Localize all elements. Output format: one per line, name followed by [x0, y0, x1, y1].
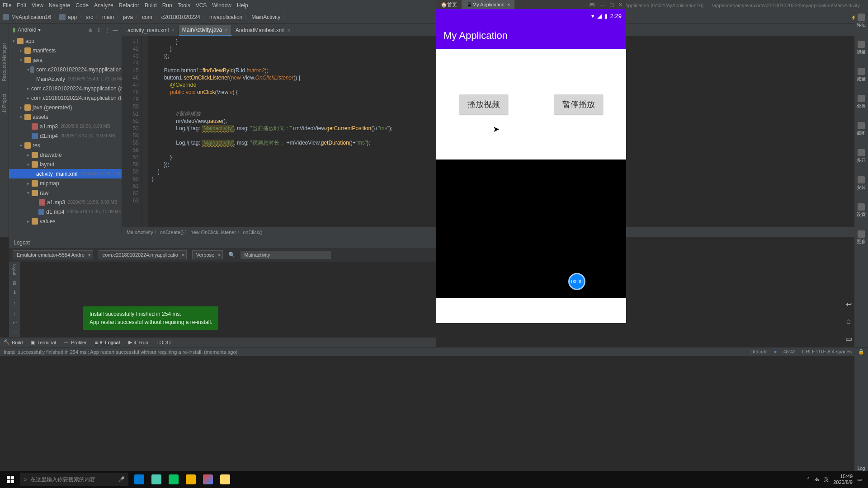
bc-onclick[interactable]: onClick() [243, 230, 262, 235]
tab-todo[interactable]: TODO [156, 340, 171, 345]
project-tree[interactable]: ▾app▸manifests▾java▾com.c201801020224.my… [9, 36, 122, 237]
tree-item[interactable]: ▸drawable [9, 150, 122, 160]
tree-item[interactable]: ▸manifests [9, 46, 122, 55]
tree-item[interactable]: ▾app [9, 36, 122, 46]
crumb-myapp[interactable]: myapplication [209, 14, 242, 20]
logcat-filter-input[interactable] [241, 251, 331, 259]
menu-view[interactable]: View [32, 2, 43, 9]
menu-code[interactable]: Code [75, 2, 89, 9]
rail-fullscreen[interactable]: 全屏 [857, 95, 866, 109]
rail-project[interactable]: 1: Project [2, 94, 7, 113]
crumb-class[interactable]: MainActivity [251, 14, 280, 20]
app-explorer[interactable] [217, 471, 233, 488]
bc-class[interactable]: MainActivity [127, 230, 153, 235]
app-gif[interactable] [148, 471, 165, 488]
tree-item[interactable]: ▾assets [9, 112, 122, 122]
device-selector[interactable]: Emulator emulator-5554 Andro [13, 250, 93, 259]
minimize-icon[interactable]: — [600, 2, 605, 8]
tab-activity-main[interactable]: activity_main.xml× [124, 25, 179, 36]
mic-icon[interactable]: 🎤 [118, 476, 125, 483]
emu-tab-home[interactable]: 🏠 首页 [436, 0, 462, 9]
tray-network-icon[interactable]: 🖧 [814, 477, 819, 482]
down-icon[interactable]: ↓ [13, 310, 16, 315]
logcat-subtab[interactable]: logcat [12, 264, 17, 275]
menu-vcs[interactable]: VCS [196, 2, 207, 9]
rail-install[interactable]: 安装 [857, 176, 866, 191]
tab-manifest[interactable]: AndroidManifest.xml× [232, 25, 294, 36]
tree-item[interactable]: ▸com.c201801020224.myapplication (androi… [9, 84, 122, 93]
hide-icon[interactable]: — [113, 27, 118, 33]
tree-item[interactable]: activity_main.xml2020/8/9 15:26, 1.58 kB… [9, 169, 122, 178]
rail-mark[interactable]: 标记 [857, 14, 866, 28]
settings-icon[interactable]: ⋮ [104, 27, 110, 33]
taskbar-clock[interactable]: 15:49 2020/8/9 [833, 474, 853, 485]
lock-icon[interactable]: 🔒 [858, 349, 864, 355]
tree-item[interactable]: MainActivity2020/8/9 15:49, 1.71 kB Mome… [9, 74, 122, 84]
tree-item[interactable]: ▾java [9, 55, 122, 65]
scroll-end-icon[interactable]: ⬇ [13, 290, 17, 296]
tray-chevron[interactable]: ˄ [807, 477, 810, 483]
play-video-button[interactable]: 播放视频 [459, 94, 508, 114]
loglevel-selector[interactable]: Verbose [192, 250, 223, 259]
tree-item[interactable]: a1.mp32020/8/9 10:59, 8.93 MB [9, 197, 122, 207]
editor-gutter[interactable]: 4142434445464748495051525354555657585960… [122, 36, 142, 227]
crumb-app[interactable]: app [68, 14, 77, 20]
menu-refactor[interactable]: Refactor [119, 2, 139, 9]
pause-video-button[interactable]: 暂停播放 [554, 94, 603, 114]
close-icon[interactable]: × [171, 28, 174, 33]
menu-analyze[interactable]: Analyze [94, 2, 113, 9]
rail-volume-down[interactable]: 减量 [857, 68, 866, 82]
crumb-project[interactable]: MyApplication16 [11, 14, 51, 20]
tree-item[interactable]: ▸java (generated) [9, 103, 122, 112]
tab-run[interactable]: ▶ 4: Run [128, 339, 148, 345]
bc-listener[interactable]: new OnClickListener [190, 230, 236, 235]
tab-terminal[interactable]: ▣ Terminal [31, 339, 56, 345]
tab-build[interactable]: 🔨 Build [4, 339, 23, 345]
tree-item[interactable]: ▸mipmap [9, 178, 122, 188]
tree-item[interactable]: d1.mp42020/5/18 14:30, 10.09 MB [9, 131, 122, 141]
tree-item[interactable]: ▾layout [9, 160, 122, 169]
trash-icon[interactable]: 🗑 [12, 280, 17, 285]
app-chrome[interactable] [200, 471, 216, 488]
maximize-icon[interactable]: ▢ [609, 2, 614, 8]
target-icon[interactable]: ⊕ [88, 27, 94, 33]
crumb-src[interactable]: src [86, 14, 93, 20]
emu-tab-app[interactable]: 📱 My Application× [462, 0, 514, 9]
menu-file[interactable]: File [3, 2, 11, 9]
wrap-icon[interactable]: ↩ [13, 320, 17, 326]
video-time-bubble[interactable]: 00:00 [568, 273, 585, 290]
process-selector[interactable]: com.c201801020224.myapplicatio [99, 250, 187, 259]
up-icon[interactable]: ↑ [13, 300, 16, 305]
crumb-pkg[interactable]: c201801020224 [161, 14, 200, 20]
menu-tools[interactable]: Tools [178, 2, 190, 9]
back-icon[interactable]: ↩ [844, 300, 854, 308]
start-button[interactable] [2, 471, 19, 488]
rail-volume-up[interactable]: 加量 [857, 41, 866, 55]
tree-item[interactable]: a1.mp32020/8/9 10:59, 8.93 MB [9, 122, 122, 131]
notifications-icon[interactable]: ▭ [857, 477, 862, 483]
rail-settings[interactable]: 设置 [857, 203, 866, 218]
menu-edit[interactable]: Edit [17, 2, 26, 9]
crumb-com[interactable]: com [142, 14, 152, 20]
project-view-selector[interactable]: Android ▾ [18, 27, 85, 33]
rail-screenshot[interactable]: 截图 [857, 122, 866, 136]
crumb-main[interactable]: main [102, 14, 114, 20]
bc-oncreate[interactable]: onCreate() [160, 230, 184, 235]
rail-log[interactable]: Log [858, 466, 865, 471]
close-icon[interactable]: ✕ [618, 2, 623, 8]
gamepad-icon[interactable]: 🎮 [589, 2, 595, 8]
tab-logcat[interactable]: ≡ 6: Logcat [95, 340, 120, 345]
rail-resource-manager[interactable]: Resource Manager [2, 43, 7, 81]
taskbar-search[interactable]: ○ 在这里输入你要搜索的内容 🎤 [20, 473, 128, 486]
tree-item[interactable]: ▾res [9, 141, 122, 150]
app-player[interactable] [183, 471, 199, 488]
menu-window[interactable]: Window [212, 2, 231, 9]
tray-ime[interactable]: 英 [824, 476, 829, 483]
menu-help[interactable]: Help [237, 2, 248, 9]
close-icon[interactable]: × [287, 28, 290, 33]
home-icon[interactable]: ⌂ [844, 318, 854, 325]
rail-more[interactable]: 更多 [857, 230, 866, 245]
recents-icon[interactable]: ▭ [844, 335, 854, 342]
tree-item[interactable]: d1.mp42020/5/18 14:30, 10.09 MB [9, 207, 122, 216]
app-edge[interactable] [131, 471, 147, 488]
